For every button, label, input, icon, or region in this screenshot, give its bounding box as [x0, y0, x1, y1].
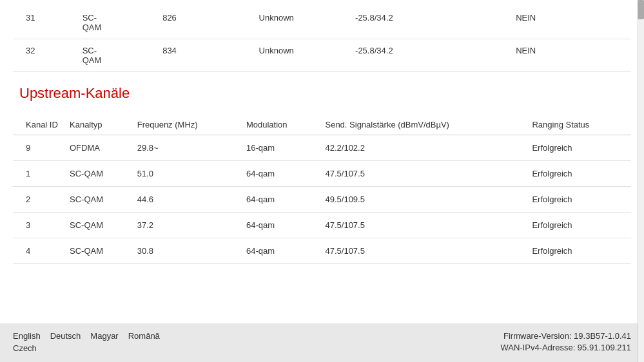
cell-signal: 49.5/109.5	[320, 187, 527, 213]
firmware-version: Firmware-Version: 19.3B57-1.0.41	[500, 331, 631, 341]
cell-type: SC-QAM	[64, 187, 132, 213]
footer-link[interactable]: Magyar	[90, 331, 118, 341]
cell-freq: 826	[157, 6, 253, 39]
main-content: 31 SC-QAM 826 Unknown -25.8/34.2 NEIN 32…	[0, 0, 644, 264]
cell-status: NEIN	[511, 6, 631, 39]
cell-mod: Unknown	[254, 6, 350, 39]
cell-id: 2	[13, 187, 64, 213]
upstream-section: Upstream-Kanäle Kanal ID Kanaltyp Freque…	[13, 85, 631, 264]
cell-id: 9	[13, 135, 64, 161]
table-row: 9 OFDMA 29.8~ 16-qam 42.2/102.2 Erfolgre…	[13, 135, 631, 161]
cell-mod: 64-qam	[241, 238, 320, 264]
table-row: 2 SC-QAM 44.6 64-qam 49.5/109.5 Erfolgre…	[13, 187, 631, 213]
upstream-table-body: 9 OFDMA 29.8~ 16-qam 42.2/102.2 Erfolgre…	[13, 135, 631, 264]
footer-extra-links: Czech	[13, 343, 160, 353]
cell-mod: 64-qam	[241, 213, 320, 238]
cell-id: 32	[13, 39, 77, 72]
header-kanaltyp: Kanaltyp	[64, 115, 132, 135]
footer-link[interactable]: Română	[128, 331, 160, 341]
footer-extra-link[interactable]: Czech	[13, 343, 37, 353]
table-row: 3 SC-QAM 37.2 64-qam 47.5/107.5 Erfolgre…	[13, 213, 631, 238]
top-channel-table: 31 SC-QAM 826 Unknown -25.8/34.2 NEIN 32…	[13, 6, 631, 72]
cell-freq: 44.6	[132, 187, 241, 213]
header-signal: Send. Signalstärke (dBmV/dBµV)	[320, 115, 527, 135]
cell-signal: -25.8/34.2	[350, 6, 511, 39]
cell-freq: 51.0	[132, 161, 241, 187]
cell-signal: 47.5/107.5	[320, 213, 527, 238]
footer-links: EnglishDeutschMagyarRomână	[13, 331, 160, 341]
footer: EnglishDeutschMagyarRomână Czech Firmwar…	[0, 323, 644, 362]
table-row: 1 SC-QAM 51.0 64-qam 47.5/107.5 Erfolgre…	[13, 161, 631, 187]
footer-left: EnglishDeutschMagyarRomână Czech	[13, 331, 160, 353]
wan-address: WAN-IPv4-Adresse: 95.91.109.211	[500, 343, 631, 352]
cell-freq: 29.8~	[132, 135, 241, 161]
cell-status: NEIN	[511, 39, 631, 72]
header-kanal-id: Kanal ID	[13, 115, 64, 135]
cell-mod: 16-qam	[241, 135, 320, 161]
cell-type: SC-QAM	[64, 213, 132, 238]
table-row: 4 SC-QAM 30.8 64-qam 47.5/107.5 Erfolgre…	[13, 238, 631, 264]
scrollbar[interactable]	[638, 0, 644, 362]
cell-signal: 42.2/102.2	[320, 135, 527, 161]
cell-signal: -25.8/34.2	[350, 39, 511, 72]
cell-signal: 47.5/107.5	[320, 161, 527, 187]
upstream-table: Kanal ID Kanaltyp Frequenz (MHz) Modulat…	[13, 115, 631, 264]
header-frequenz: Frequenz (MHz)	[132, 115, 241, 135]
cell-status: Erfolgreich	[527, 187, 631, 213]
table-row: 31 SC-QAM 826 Unknown -25.8/34.2 NEIN	[13, 6, 631, 39]
cell-id: 4	[13, 238, 64, 264]
cell-status: Erfolgreich	[527, 135, 631, 161]
cell-type: OFDMA	[64, 135, 132, 161]
cell-signal: 47.5/107.5	[320, 238, 527, 264]
cell-id: 3	[13, 213, 64, 238]
footer-right: Firmware-Version: 19.3B57-1.0.41 WAN-IPv…	[500, 331, 631, 354]
cell-freq: 834	[157, 39, 253, 72]
cell-mod: 64-qam	[241, 161, 320, 187]
cell-id: 1	[13, 161, 64, 187]
cell-freq: 30.8	[132, 238, 241, 264]
header-ranging-status: Ranging Status	[527, 115, 631, 135]
cell-type: SC-QAM	[64, 161, 132, 187]
cell-type: SC-QAM	[77, 39, 158, 72]
header-modulation: Modulation	[241, 115, 320, 135]
cell-type: SC-QAM	[64, 238, 132, 264]
cell-mod: Unknown	[254, 39, 350, 72]
cell-status: Erfolgreich	[527, 161, 631, 187]
footer-link[interactable]: English	[13, 331, 41, 341]
cell-status: Erfolgreich	[527, 213, 631, 238]
cell-id: 31	[13, 6, 77, 39]
table-row: 32 SC-QAM 834 Unknown -25.8/34.2 NEIN	[13, 39, 631, 72]
cell-status: Erfolgreich	[527, 238, 631, 264]
cell-freq: 37.2	[132, 213, 241, 238]
cell-type: SC-QAM	[77, 6, 158, 39]
upstream-table-header: Kanal ID Kanaltyp Frequenz (MHz) Modulat…	[13, 115, 631, 135]
scrollbar-thumb[interactable]	[638, 0, 644, 19]
upstream-title: Upstream-Kanäle	[13, 85, 631, 102]
cell-mod: 64-qam	[241, 187, 320, 213]
footer-link[interactable]: Deutsch	[50, 331, 81, 341]
